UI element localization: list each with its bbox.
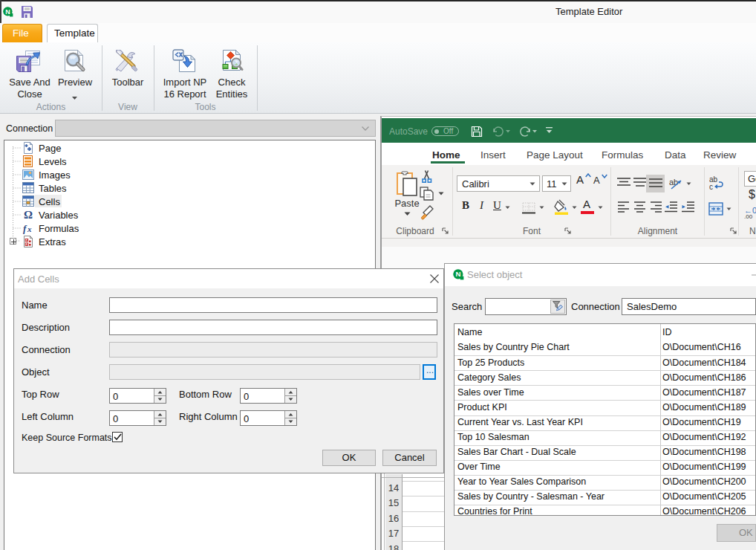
svg-text:Ω: Ω <box>24 209 33 221</box>
svg-text:c: c <box>709 183 713 190</box>
svg-text:N: N <box>5 8 10 16</box>
svg-text:x: x <box>27 224 32 233</box>
svg-text:N: N <box>455 270 460 278</box>
svg-text:ab: ab <box>669 178 678 187</box>
